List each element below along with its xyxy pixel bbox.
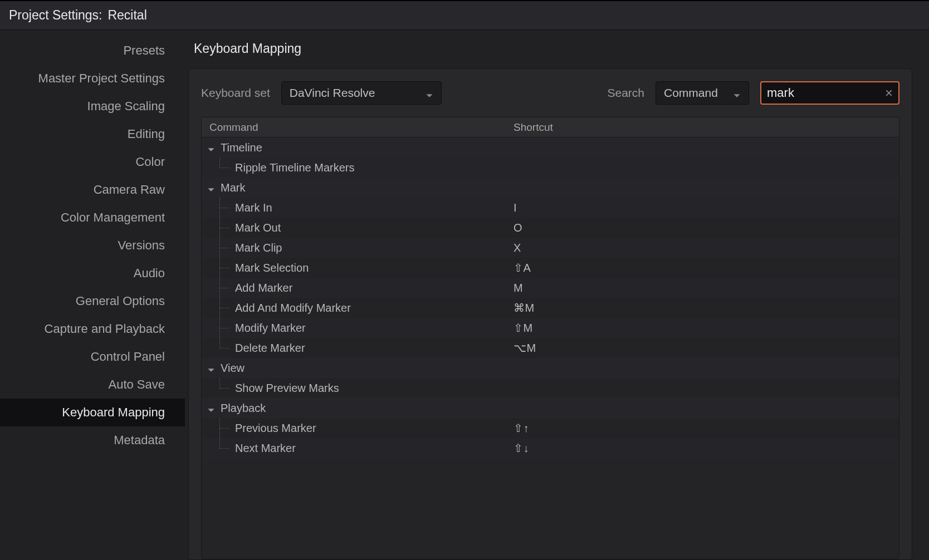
command-row[interactable]: Previous Marker⇧↑ bbox=[202, 418, 899, 438]
tree-guide bbox=[202, 238, 234, 258]
group-row-timeline[interactable]: Timeline bbox=[202, 137, 899, 158]
search-label: Search bbox=[607, 86, 644, 100]
keyboard-set-label: Keyboard set bbox=[201, 86, 270, 100]
command-row[interactable]: Add MarkerM bbox=[202, 278, 899, 298]
command-name: Mark Selection bbox=[234, 262, 511, 274]
command-shortcut: ⌘M bbox=[511, 301, 899, 315]
tree-guide bbox=[202, 438, 234, 458]
search-input[interactable] bbox=[760, 81, 899, 105]
tree-guide bbox=[202, 338, 234, 358]
command-name: Modify Marker bbox=[234, 322, 511, 335]
sidebar-item-auto-save[interactable]: Auto Save bbox=[0, 371, 185, 399]
search-mode-value: Command bbox=[664, 86, 718, 100]
sidebar-item-audio[interactable]: Audio bbox=[0, 259, 185, 287]
command-shortcut: ⇧M bbox=[511, 321, 899, 335]
group-label: Timeline bbox=[221, 141, 262, 154]
command-name: Add And Modify Marker bbox=[234, 302, 511, 315]
tree-guide bbox=[202, 298, 234, 318]
command-shortcut: X bbox=[511, 242, 899, 254]
chevron-down-icon bbox=[207, 404, 215, 412]
header-command[interactable]: Command bbox=[202, 121, 511, 134]
sidebar-item-label: Metadata bbox=[114, 433, 165, 448]
table-body[interactable]: TimelineRipple Timeline MarkersMarkMark … bbox=[202, 137, 899, 559]
window-project-name: Recital bbox=[107, 8, 146, 23]
group-label: Mark bbox=[221, 181, 245, 194]
header-shortcut[interactable]: Shortcut bbox=[511, 121, 899, 134]
sidebar-item-presets[interactable]: Presets bbox=[0, 37, 185, 65]
group-row-view[interactable]: View bbox=[202, 358, 899, 378]
search-mode-select[interactable]: Command bbox=[656, 81, 749, 105]
command-row[interactable]: Ripple Timeline Markers bbox=[202, 158, 899, 178]
command-row[interactable]: Show Preview Marks bbox=[202, 378, 899, 398]
toolbar: Keyboard set DaVinci Resolve Search Comm… bbox=[201, 81, 899, 105]
command-name: Show Preview Marks bbox=[234, 382, 511, 395]
sidebar-item-versions[interactable]: Versions bbox=[0, 232, 185, 259]
tree-guide bbox=[202, 158, 234, 178]
sidebar-item-label: Editing bbox=[128, 127, 165, 141]
sidebar-item-label: Capture and Playback bbox=[45, 322, 165, 336]
sidebar-item-master-project-settings[interactable]: Master Project Settings bbox=[0, 65, 185, 92]
table-header: Command Shortcut bbox=[202, 117, 899, 137]
chevron-down-icon bbox=[207, 184, 215, 191]
sidebar-item-label: Image Scaling bbox=[87, 99, 165, 114]
chevron-down-icon bbox=[207, 364, 215, 372]
shortcut-table: Command Shortcut TimelineRipple Timeline… bbox=[201, 117, 899, 559]
panel-title: Keyboard Mapping bbox=[188, 38, 912, 68]
sidebar-item-metadata[interactable]: Metadata bbox=[0, 426, 185, 454]
keyboard-set-select[interactable]: DaVinci Resolve bbox=[281, 81, 442, 105]
command-shortcut: M bbox=[511, 282, 899, 294]
command-name: Next Marker bbox=[234, 442, 511, 455]
sidebar-item-color[interactable]: Color bbox=[0, 148, 185, 176]
sidebar-item-control-panel[interactable]: Control Panel bbox=[0, 343, 185, 371]
command-shortcut: ⇧A bbox=[511, 261, 899, 274]
command-row[interactable]: Delete Marker⌥M bbox=[202, 338, 899, 358]
clear-search-icon[interactable] bbox=[884, 88, 894, 98]
settings-sidebar: PresetsMaster Project SettingsImage Scal… bbox=[0, 30, 185, 560]
command-name: Mark Out bbox=[234, 222, 511, 234]
sidebar-item-keyboard-mapping[interactable]: Keyboard Mapping bbox=[0, 399, 185, 426]
command-row[interactable]: Mark ClipX bbox=[202, 238, 899, 258]
sidebar-item-label: Presets bbox=[123, 43, 165, 58]
command-name: Add Marker bbox=[234, 282, 511, 294]
group-row-mark[interactable]: Mark bbox=[202, 178, 899, 198]
titlebar: Project Settings: Recital bbox=[0, 0, 929, 30]
sidebar-item-label: Color bbox=[135, 155, 165, 169]
tree-guide bbox=[202, 258, 234, 278]
sidebar-item-capture-and-playback[interactable]: Capture and Playback bbox=[0, 315, 185, 343]
keyboard-mapping-panel: Keyboard set DaVinci Resolve Search Comm… bbox=[188, 68, 912, 560]
group-label: Playback bbox=[221, 402, 266, 415]
chevron-down-icon bbox=[207, 144, 215, 151]
command-name: Ripple Timeline Markers bbox=[234, 161, 511, 174]
command-name: Mark In bbox=[234, 202, 511, 214]
keyboard-set-value: DaVinci Resolve bbox=[290, 86, 375, 100]
chevron-down-icon bbox=[426, 89, 433, 97]
sidebar-item-label: Control Panel bbox=[91, 350, 165, 364]
tree-guide bbox=[202, 218, 234, 238]
sidebar-item-label: Versions bbox=[118, 238, 165, 253]
command-shortcut: O bbox=[511, 222, 899, 234]
sidebar-item-label: General Options bbox=[76, 294, 165, 308]
command-row[interactable]: Add And Modify Marker⌘M bbox=[202, 298, 899, 318]
command-shortcut: I bbox=[511, 202, 899, 214]
command-name: Previous Marker bbox=[234, 422, 511, 435]
command-row[interactable]: Next Marker⇧↓ bbox=[202, 438, 899, 458]
sidebar-item-general-options[interactable]: General Options bbox=[0, 287, 185, 315]
sidebar-item-image-scaling[interactable]: Image Scaling bbox=[0, 92, 185, 120]
group-row-playback[interactable]: Playback bbox=[202, 398, 899, 418]
chevron-down-icon bbox=[733, 89, 741, 97]
command-row[interactable]: Mark Selection⇧A bbox=[202, 258, 899, 278]
tree-guide bbox=[202, 198, 234, 218]
sidebar-item-label: Keyboard Mapping bbox=[62, 405, 165, 420]
command-row[interactable]: Modify Marker⇧M bbox=[202, 318, 899, 338]
sidebar-item-camera-raw[interactable]: Camera Raw bbox=[0, 176, 185, 204]
tree-guide bbox=[202, 318, 234, 338]
sidebar-item-color-management[interactable]: Color Management bbox=[0, 204, 185, 232]
command-shortcut: ⇧↑ bbox=[511, 421, 899, 435]
sidebar-item-editing[interactable]: Editing bbox=[0, 120, 185, 148]
command-row[interactable]: Mark InI bbox=[202, 198, 899, 218]
command-shortcut: ⇧↓ bbox=[511, 441, 899, 455]
command-row[interactable]: Mark OutO bbox=[202, 218, 899, 238]
sidebar-item-label: Color Management bbox=[61, 210, 165, 225]
window-title-label: Project Settings: bbox=[9, 8, 102, 23]
tree-guide bbox=[202, 378, 234, 398]
